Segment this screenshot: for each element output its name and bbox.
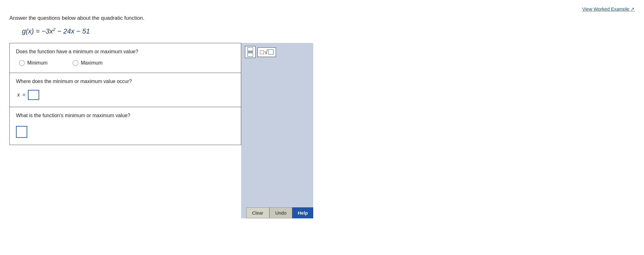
radio-options-row: Minimum Maximum <box>16 60 235 66</box>
sqrt-icon[interactable]: □ √ <box>257 47 276 57</box>
sqrt-radicand-box <box>268 49 273 55</box>
maximum-option[interactable]: Maximum <box>73 60 102 66</box>
maximum-radio[interactable] <box>73 60 78 66</box>
question-2-block: Where does the minimum or maximum value … <box>10 73 241 107</box>
equals-sign: = <box>23 92 26 98</box>
question-3-text: What is the function's minimum or maximu… <box>16 113 235 118</box>
toolbar-icons: □ √ <box>245 46 276 58</box>
minimum-option[interactable]: Minimum <box>19 60 48 66</box>
question-2-text: Where does the minimum or maximum value … <box>16 79 235 84</box>
value-input-container <box>16 124 235 138</box>
clear-button[interactable]: Clear <box>246 207 269 218</box>
max-value-input[interactable] <box>16 126 27 138</box>
worked-example-link[interactable]: View Worked Example ↗ <box>582 6 635 12</box>
question-3-block: What is the function's minimum or maximu… <box>10 107 241 145</box>
question-1-block: Does the function have a minimum or maxi… <box>10 43 241 73</box>
questions-panel: Does the function have a minimum or maxi… <box>9 43 241 145</box>
formula-display: g(x) = −3x2 − 24x − 51 <box>22 27 635 35</box>
fraction-line <box>247 52 253 52</box>
action-buttons-row: Clear Undo Help <box>246 207 313 218</box>
instruction-text: Answer the questions below about the qua… <box>9 15 635 21</box>
undo-button[interactable]: Undo <box>269 207 293 218</box>
fraction-icon[interactable] <box>245 46 256 58</box>
fraction-denominator-box <box>247 53 253 57</box>
help-button[interactable]: Help <box>292 207 313 218</box>
sqrt-radical: √ <box>264 49 268 56</box>
minimum-radio[interactable] <box>19 60 25 66</box>
sqrt-symbol: □ <box>260 49 264 55</box>
minimum-label: Minimum <box>27 60 48 66</box>
x-value-input[interactable] <box>28 90 39 100</box>
main-layout: Does the function have a minimum or maxi… <box>9 43 635 218</box>
maximum-label: Maximum <box>81 60 102 66</box>
x-variable-label: x <box>17 92 20 98</box>
fraction-numerator-box <box>247 47 253 51</box>
question-1-text: Does the function have a minimum or maxi… <box>16 49 235 55</box>
right-panel: □ √ Clear Undo Help <box>241 43 313 218</box>
x-input-row: x = <box>16 90 235 100</box>
